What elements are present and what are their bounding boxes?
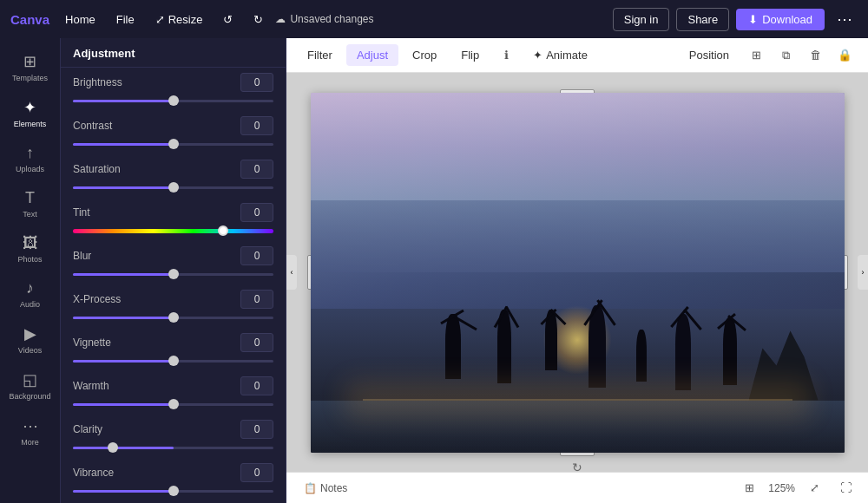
tint-slider[interactable] <box>73 225 273 236</box>
text-icon: T <box>25 189 35 207</box>
vibrance-input[interactable] <box>240 463 273 482</box>
lock-button[interactable]: 🔒 <box>832 42 858 69</box>
zoom-level: 125% <box>768 482 795 494</box>
left-panel-toggle[interactable]: ‹ <box>286 255 297 290</box>
adjust-tab-button[interactable]: Adjust <box>346 44 398 66</box>
sidebar-icons: ⊞ Templates ✦ Elements ↑ Uploads T Text … <box>0 38 61 503</box>
main-layout: ⊞ Templates ✦ Elements ↑ Uploads T Text … <box>0 38 868 503</box>
trash-icon: 🗑 <box>810 49 821 62</box>
saturation-slider[interactable] <box>73 182 273 193</box>
brightness-input[interactable] <box>240 73 273 92</box>
vignette-label: Vignette <box>73 336 111 349</box>
signin-button[interactable]: Sign in <box>613 8 670 31</box>
sidebar-item-videos[interactable]: ▶ Videos <box>4 317 56 362</box>
vibrance-row: Vibrance <box>61 458 286 501</box>
sidebar-item-text[interactable]: T Text <box>4 182 56 225</box>
xprocess-slider[interactable] <box>73 312 273 323</box>
download-button[interactable]: ⬇ Download <box>736 9 825 30</box>
grid-icon: ⊞ <box>752 49 761 62</box>
position-button[interactable]: Position <box>679 44 740 66</box>
tint-row: Tint <box>61 198 286 241</box>
filter-tab-button[interactable]: Filter <box>297 44 343 66</box>
adjustment-header: Adjustment <box>61 38 286 68</box>
blur-label: Blur <box>73 250 91 262</box>
xprocess-input[interactable] <box>240 290 273 309</box>
undo-button[interactable]: ↺ <box>214 10 241 29</box>
canvas-area[interactable]: ‹ › <box>286 73 868 472</box>
tint-label: Tint <box>73 206 90 219</box>
brightness-slider[interactable] <box>73 95 273 106</box>
home-button[interactable]: Home <box>56 10 104 29</box>
sidebar-item-audio[interactable]: ♪ Audio <box>4 272 56 316</box>
flip-button[interactable]: Flip <box>450 44 490 66</box>
more-options-button[interactable]: ⋯ <box>832 8 858 30</box>
sparkle-icon: ✦ <box>533 49 542 62</box>
copy-icon: ⧉ <box>782 49 790 62</box>
videos-icon: ▶ <box>24 324 36 343</box>
sidebar-item-templates[interactable]: ⊞ Templates <box>4 45 56 89</box>
vignette-slider[interactable] <box>73 356 273 366</box>
vignette-input[interactable] <box>240 333 273 352</box>
file-button[interactable]: File <box>108 10 143 29</box>
resize-button[interactable]: ⤢ Resize <box>147 10 212 29</box>
crop-button[interactable]: Crop <box>402 44 447 66</box>
xprocess-label: X-Process <box>73 293 121 305</box>
lock-icon: 🔒 <box>838 49 852 62</box>
grid-view-button[interactable]: ⊞ <box>743 42 769 69</box>
warmth-slider[interactable] <box>73 399 273 409</box>
cloud-icon: ☁ <box>275 13 286 25</box>
unsaved-status: ☁ Unsaved changes <box>275 13 373 25</box>
blur-input[interactable] <box>240 246 273 265</box>
trash-button[interactable]: 🗑 <box>802 42 828 69</box>
saturation-label: Saturation <box>73 163 121 175</box>
uploads-icon: ↑ <box>26 144 34 162</box>
saturation-row: Saturation <box>61 154 286 198</box>
vibrance-slider[interactable] <box>73 486 273 496</box>
more-icon: ⋯ <box>23 416 38 435</box>
clarity-label: Clarity <box>73 423 102 435</box>
contrast-slider[interactable] <box>73 139 273 149</box>
audio-icon: ♪ <box>26 279 34 297</box>
saturation-input[interactable] <box>240 160 273 179</box>
clarity-row: Clarity <box>61 415 286 458</box>
animate-button[interactable]: ✦ Animate <box>523 44 598 66</box>
templates-icon: ⊞ <box>23 52 36 71</box>
show-pages-button[interactable]: ⊞ <box>737 476 761 500</box>
sidebar-item-photos[interactable]: 🖼 Photos <box>4 227 56 271</box>
clarity-input[interactable] <box>240 420 273 439</box>
zoom-fit-button[interactable]: ⤢ <box>802 476 826 500</box>
pages-icon: ⊞ <box>745 481 754 494</box>
contrast-label: Contrast <box>73 120 112 132</box>
share-button[interactable]: Share <box>676 8 729 31</box>
blur-slider[interactable] <box>73 269 273 279</box>
sidebar-item-more[interactable]: ⋯ More <box>4 409 56 454</box>
notes-button[interactable]: 📋 Notes <box>297 479 354 498</box>
warmth-input[interactable] <box>240 376 273 395</box>
notes-icon: 📋 <box>304 482 317 494</box>
rotate-icon: ↻ <box>572 461 582 474</box>
download-icon: ⬇ <box>748 13 758 26</box>
warmth-label: Warmth <box>73 380 109 392</box>
sidebar-item-background[interactable]: ◱ Background <box>4 363 56 408</box>
right-panel-toggle[interactable]: › <box>858 255 868 290</box>
fullscreen-button[interactable]: ⛶ <box>833 476 858 500</box>
toolbar: Filter Adjust Crop Flip ℹ ✦ Animate Posi… <box>286 38 868 73</box>
contrast-input[interactable] <box>240 116 273 135</box>
sidebar-item-uploads[interactable]: ↑ Uploads <box>4 137 56 180</box>
rotate-handle[interactable]: ↻ <box>572 461 582 474</box>
sidebar-item-elements[interactable]: ✦ Elements <box>4 91 56 135</box>
info-button[interactable]: ℹ <box>493 42 519 69</box>
canvas-image[interactable] <box>311 93 845 453</box>
chevron-right-icon: › <box>862 268 865 277</box>
warmth-row: Warmth <box>61 371 286 415</box>
adjustment-panel: Adjustment Brightness Contrast <box>61 38 286 503</box>
clarity-slider[interactable] <box>73 442 273 453</box>
redo-button[interactable]: ↻ <box>245 10 272 29</box>
chevron-left-icon: ‹ <box>291 268 293 277</box>
background-icon: ◱ <box>23 370 37 389</box>
info-icon: ℹ <box>504 49 509 62</box>
copy-button[interactable]: ⧉ <box>773 42 799 69</box>
contrast-row: Contrast <box>61 111 286 154</box>
xprocess-row: X-Process <box>61 284 286 328</box>
tint-input[interactable] <box>240 203 273 222</box>
